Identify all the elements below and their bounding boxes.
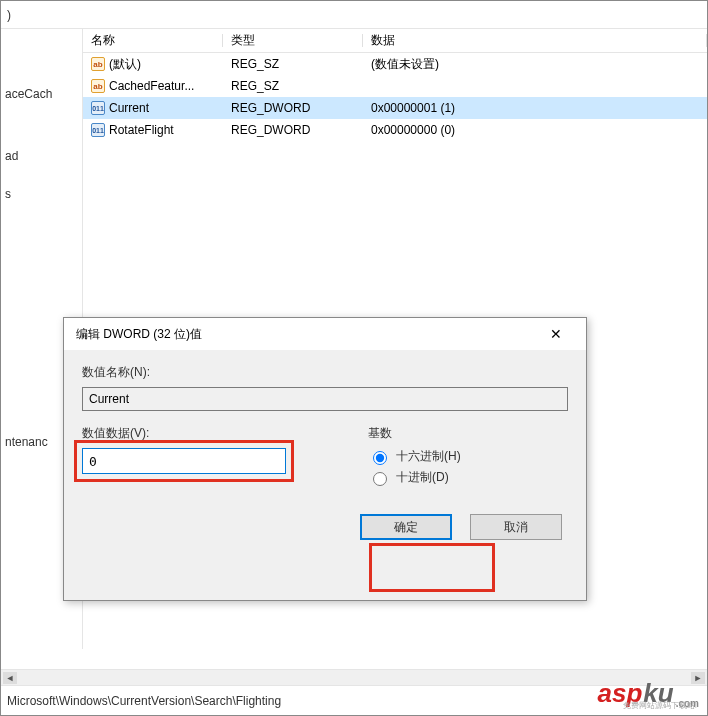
- value-name: RotateFlight: [109, 123, 174, 137]
- tree-item[interactable]: ad: [3, 147, 80, 165]
- highlight-box-ok: [369, 543, 495, 592]
- dialog-body: 数值名称(N): 数值数据(V): 基数 十六进制(H) 十进制(D): [64, 350, 586, 550]
- close-button[interactable]: ✕: [538, 320, 574, 348]
- value-data: (数值未设置): [363, 56, 707, 73]
- value-data-label: 数值数据(V):: [82, 425, 338, 442]
- value-type: REG_DWORD: [223, 101, 363, 115]
- dialog-titlebar[interactable]: 编辑 DWORD (32 位)值 ✕: [64, 318, 586, 350]
- table-row[interactable]: 011CurrentREG_DWORD0x00000001 (1): [83, 97, 707, 119]
- menu-text-fragment: ): [7, 8, 11, 22]
- radio-hex-label: 十六进制(H): [396, 448, 461, 465]
- radio-dec-input[interactable]: [373, 472, 387, 486]
- radio-dec-label: 十进制(D): [396, 469, 449, 486]
- radio-dec[interactable]: 十进制(D): [368, 469, 568, 486]
- value-type: REG_SZ: [223, 57, 363, 71]
- cancel-button[interactable]: 取消: [470, 514, 562, 540]
- list-body: ab(默认)REG_SZ(数值未设置)abCachedFeatur...REG_…: [83, 53, 707, 141]
- radio-hex-input[interactable]: [373, 451, 387, 465]
- close-icon: ✕: [550, 326, 562, 342]
- base-label: 基数: [368, 425, 568, 442]
- edit-dword-dialog: 编辑 DWORD (32 位)值 ✕ 数值名称(N): 数值数据(V): 基数 …: [63, 317, 587, 601]
- value-name-field: [82, 387, 568, 411]
- value-type-icon: ab: [91, 79, 105, 93]
- value-data: 0x00000000 (0): [363, 123, 707, 137]
- value-name: (默认): [109, 56, 141, 73]
- value-type: REG_SZ: [223, 79, 363, 93]
- value-type-icon: ab: [91, 57, 105, 71]
- column-header-data[interactable]: 数据: [363, 32, 707, 49]
- watermark-subtitle: 免费网站源码下载站!: [623, 700, 697, 711]
- table-row[interactable]: 011RotateFlightREG_DWORD0x00000000 (0): [83, 119, 707, 141]
- value-type-icon: 011: [91, 123, 105, 137]
- ok-button[interactable]: 确定: [360, 514, 452, 540]
- column-header-type[interactable]: 类型: [223, 32, 363, 49]
- table-row[interactable]: abCachedFeatur...REG_SZ: [83, 75, 707, 97]
- value-data-input[interactable]: [82, 448, 286, 474]
- value-data: 0x00000001 (1): [363, 101, 707, 115]
- value-name-label: 数值名称(N):: [82, 364, 568, 381]
- dialog-title-text: 编辑 DWORD (32 位)值: [76, 326, 202, 343]
- value-type-icon: 011: [91, 101, 105, 115]
- status-path: Microsoft\Windows\CurrentVersion\Search\…: [7, 694, 281, 708]
- watermark: aspku.com 免费网站源码下载站!: [598, 678, 700, 709]
- scroll-left-icon[interactable]: ◄: [3, 672, 17, 684]
- menu-bar-fragment: ): [1, 1, 707, 29]
- table-row[interactable]: ab(默认)REG_SZ(数值未设置): [83, 53, 707, 75]
- value-name: CachedFeatur...: [109, 79, 194, 93]
- window-root: ) aceCach ad s ntenanc 名称 类型 数据 ab(默认)RE…: [0, 0, 708, 716]
- column-header-name[interactable]: 名称: [83, 32, 223, 49]
- tree-item[interactable]: aceCach: [3, 85, 80, 103]
- value-type: REG_DWORD: [223, 123, 363, 137]
- value-name: Current: [109, 101, 149, 115]
- list-header: 名称 类型 数据: [83, 29, 707, 53]
- tree-item[interactable]: s: [3, 185, 80, 203]
- radio-hex[interactable]: 十六进制(H): [368, 448, 568, 465]
